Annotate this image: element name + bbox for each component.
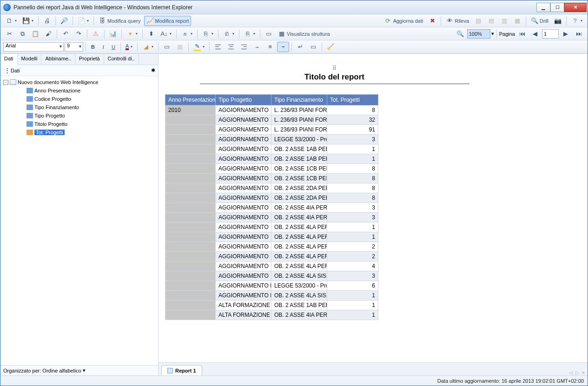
table-row[interactable]: AGGIORNAMENTOOB. 2 ASSE 4IA PER T3 [165,213,378,222]
cell-tipo-finanziamento[interactable]: OB. 2 ASSE 2DA PER [271,183,327,193]
font-size-select[interactable]: 9 [65,42,83,52]
cell-tipo-progetto[interactable]: ALTA FORMAZIONE P [216,301,271,310]
page-next-button[interactable]: ▶ [560,29,572,39]
copy-button[interactable]: ⧉ [16,29,28,39]
table-row[interactable]: 2010AGGIORNAMENTOL. 236/93 PIANI FORM8 [165,105,378,115]
merge-cells-button[interactable]: ▭ [307,42,319,52]
table-row[interactable]: AGGIORNAMENTOOB. 2 ASSE 1AB PER1 [165,144,378,154]
cell-tipo-progetto[interactable]: AGGIORNAMENTO [216,213,271,222]
side-tab-map[interactable]: Abbiname.. [41,54,75,65]
wrap-text-button[interactable]: ↵ [294,42,306,52]
export-button[interactable]: 📄▾ [75,16,91,26]
edit-report-button[interactable]: 📈Modifica report [144,16,192,26]
cell-anno[interactable] [165,135,216,144]
cell-tipo-finanziamento[interactable]: OB. 2 ASSE 4LA SIS T [271,291,327,301]
format-painter-button[interactable]: 🖌 [42,29,54,39]
merge-button[interactable]: ▭ [263,29,275,39]
maximize-button[interactable] [550,3,564,12]
side-tab-properties[interactable]: Proprietà [75,54,104,65]
tree-item[interactable]: Anno Presentazione [1,86,157,95]
side-tab-data[interactable]: Dati [0,54,18,65]
th-tot-progetti[interactable]: Tot. Progetti [327,95,378,105]
cell-tipo-progetto[interactable]: AGGIORNAMENTO [216,144,271,154]
font-name-select[interactable]: Arial [3,42,64,52]
cell-anno[interactable] [165,252,216,262]
cell-tipo-progetto[interactable]: AGGIORNAMENTO [216,271,271,281]
cell-tot-progetti[interactable]: 8 [327,105,378,115]
tabnav-prev[interactable]: ◁ [569,370,573,375]
cell-tipo-finanziamento[interactable]: OB. 2 ASSE 4LA PER [271,232,327,242]
zoom-input[interactable] [467,29,490,39]
align-left-button[interactable] [212,42,224,52]
fill-color-button[interactable]: ◢▾ [140,42,156,52]
cell-anno[interactable] [165,183,216,193]
sort-asc-button[interactable]: ⬍ [145,29,157,39]
cell-tipo-progetto[interactable]: ALTA FORMAZIONE P [216,310,271,320]
cell-tipo-finanziamento[interactable]: OB. 2 ASSE 4IA PER T [271,310,327,320]
close-button[interactable] [564,3,587,12]
zoom-dropdown-icon[interactable]: ▾ [491,31,494,37]
cell-tipo-finanziamento[interactable]: OB. 2 ASSE 4IA PER T [271,203,327,213]
cell-tot-progetti[interactable]: 1 [327,154,378,164]
align-right-button[interactable] [238,42,250,52]
sort-custom-button[interactable]: A↓▾ [158,29,174,39]
cell-tipo-progetto[interactable]: AGGIORNAMENTO [216,193,271,203]
cell-tipo-finanziamento[interactable]: OB. 2 ASSE 1AB PER [271,144,327,154]
table-row[interactable]: AGGIORNAMENTOL. 236/93 PIANI FORM91 [165,125,378,135]
cell-tipo-finanziamento[interactable]: OB. 2 ASSE 4IA PER T [271,213,327,222]
cell-tot-progetti[interactable]: 2 [327,242,378,252]
table-row[interactable]: AGGIORNAMENTO INOB. 2 ASSE 4LA SIS T1 [165,291,378,301]
cell-tot-progetti[interactable]: 1 [327,144,378,154]
drill-button[interactable]: 🔍Drill [529,16,551,26]
cell-anno[interactable] [165,115,216,125]
cell-tipo-progetto[interactable]: AGGIORNAMENTO [216,105,271,115]
cell-tipo-progetto[interactable]: AGGIORNAMENTO [216,164,271,174]
cell-tipo-progetto[interactable]: AGGIORNAMENTO IN [216,281,271,291]
cell-anno[interactable] [165,174,216,183]
align-middle-button[interactable]: ≡ [264,42,276,52]
cell-anno[interactable] [165,213,216,222]
table-row[interactable]: AGGIORNAMENTOOB. 2 ASSE 4LA PER2 [165,242,378,252]
tree-item[interactable]: Tipo Finanziamento [1,103,157,111]
highlight-button[interactable]: ✎▾ [191,42,207,52]
find-button[interactable]: 🔎 [58,16,70,26]
cut-button[interactable]: ✂ [3,29,15,39]
tree-item[interactable]: Tot. Progetti [1,128,157,137]
cell-tipo-finanziamento[interactable]: OB. 2 ASSE 4LA PER [271,222,327,232]
cell-anno[interactable] [165,232,216,242]
cell-anno[interactable] [165,154,216,164]
table-row[interactable]: AGGIORNAMENTOOB. 2 ASSE 4LA SIS T3 [165,271,378,281]
table-row[interactable]: AGGIORNAMENTOOB. 2 ASSE 4LA PER1 [165,222,378,232]
cell-tipo-finanziamento[interactable]: OB. 2 ASSE 4LA PER [271,252,327,262]
tabnav-list[interactable]: ≡ [582,370,585,375]
cancel-refresh-button[interactable]: ✖ [426,16,438,26]
cell-tot-progetti[interactable]: 1 [327,301,378,310]
cell-tot-progetti[interactable]: 3 [327,271,378,281]
side-tab-templates[interactable]: Modelli [18,54,42,65]
bold-button[interactable]: B [88,42,98,52]
cell-tot-progetti[interactable]: 91 [327,125,378,135]
cell-tipo-progetto[interactable]: AGGIORNAMENTO [216,203,271,213]
edit-query-button[interactable]: 🗄Modifica query [96,16,143,26]
rank-button[interactable]: 📊 [107,29,119,39]
cell-tipo-finanziamento[interactable]: OB. 2 ASSE 4LA SIS T [271,271,327,281]
cell-tipo-progetto[interactable]: AGGIORNAMENTO [216,232,271,242]
table-row[interactable]: AGGIORNAMENTOOB. 2 ASSE 2DA PER8 [165,193,378,203]
page-first-button[interactable]: ⏮ [516,29,528,39]
cell-tot-progetti[interactable]: 8 [327,164,378,174]
show-structure-button[interactable]: ▦Visualizza struttura [276,29,332,39]
cell-tipo-finanziamento[interactable]: OB. 2 ASSE 4LA PER [271,242,327,252]
cell-tot-progetti[interactable]: 3 [327,135,378,144]
cell-anno[interactable]: 2010 [165,105,216,115]
report-title[interactable]: Titolo del report [200,72,469,84]
border-style-button[interactable]: ▭ [161,42,173,52]
paste-button[interactable]: 📋 [29,29,41,39]
cell-tot-progetti[interactable]: 8 [327,183,378,193]
cell-anno[interactable] [165,281,216,291]
cell-anno[interactable] [165,310,216,320]
cell-anno[interactable] [165,203,216,213]
cell-anno[interactable] [165,291,216,301]
cell-tipo-finanziamento[interactable]: LEGGE 53/2000 - Pro [271,281,327,291]
cell-tipo-progetto[interactable]: AGGIORNAMENTO [216,252,271,262]
collapse-icon[interactable]: − [3,80,8,85]
